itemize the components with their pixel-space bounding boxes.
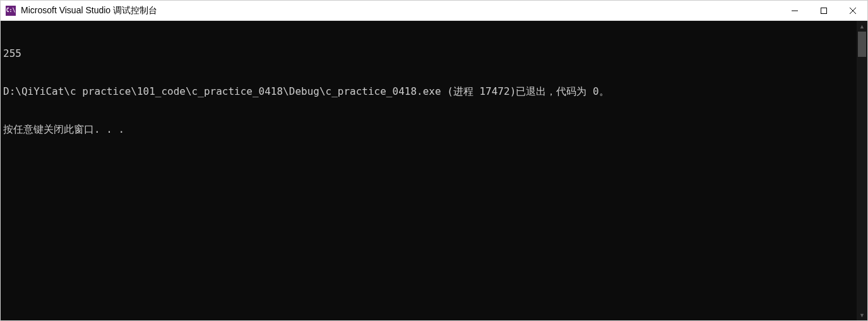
output-line: 255 — [3, 47, 854, 60]
minimize-button[interactable] — [780, 1, 809, 20]
console-window: C:\ Microsoft Visual Studio 调试控制台 — [0, 0, 868, 321]
scrollbar-track[interactable] — [857, 32, 867, 310]
titlebar[interactable]: C:\ Microsoft Visual Studio 调试控制台 — [1, 1, 867, 21]
maximize-button[interactable] — [809, 1, 838, 20]
console-body: 255 D:\QiYiCat\c practice\101_code\c_pra… — [1, 21, 867, 320]
app-icon: C:\ — [6, 6, 16, 16]
minimize-icon — [792, 8, 798, 14]
window-controls — [780, 1, 867, 20]
output-line: D:\QiYiCat\c practice\101_code\c_practic… — [3, 85, 854, 98]
maximize-icon — [821, 8, 827, 14]
scrollbar-thumb[interactable] — [858, 32, 866, 57]
window-title: Microsoft Visual Studio 调试控制台 — [21, 5, 780, 16]
vertical-scrollbar[interactable]: ▲ ▼ — [857, 21, 867, 320]
close-button[interactable] — [838, 1, 867, 20]
close-icon — [850, 8, 856, 14]
scrollbar-up-arrow-icon[interactable]: ▲ — [857, 21, 867, 32]
scrollbar-down-arrow-icon[interactable]: ▼ — [857, 310, 867, 320]
console-output[interactable]: 255 D:\QiYiCat\c practice\101_code\c_pra… — [1, 21, 857, 320]
output-line: 按任意键关闭此窗口. . . — [3, 123, 854, 136]
svg-rect-1 — [821, 8, 827, 13]
